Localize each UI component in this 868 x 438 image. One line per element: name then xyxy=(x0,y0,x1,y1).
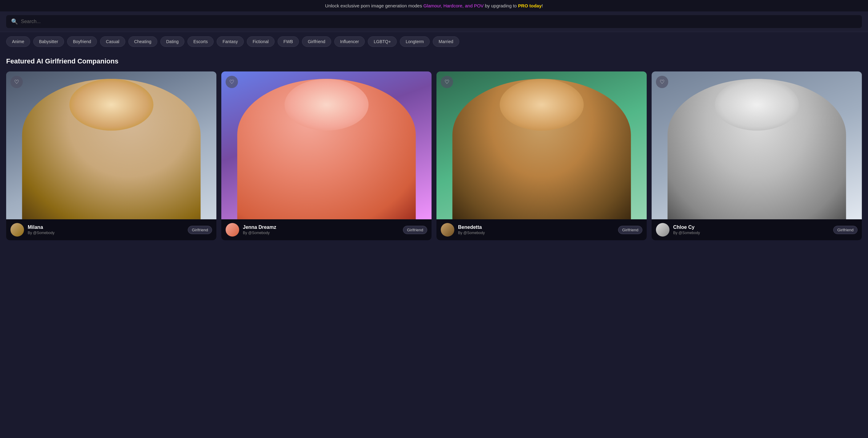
banner-glamour: Glamour, xyxy=(423,3,442,8)
card-image xyxy=(6,71,216,219)
search-bar: 🔍 xyxy=(0,11,868,32)
tag-fictional[interactable]: Fictional xyxy=(247,36,275,47)
companion-card[interactable]: ♡ Jenna Dreamz By @Somebody Girlfriend xyxy=(221,71,432,240)
tag-escorts[interactable]: Escorts xyxy=(187,36,214,47)
favorite-button[interactable]: ♡ xyxy=(10,76,23,88)
card-footer: Benedetta By @Somebody Girlfriend xyxy=(436,219,647,240)
banner-text-middle: by upgrading to xyxy=(484,3,518,8)
card-footer: Jenna Dreamz By @Somebody Girlfriend xyxy=(221,219,432,240)
card-info: Benedetta By @Somebody xyxy=(458,225,614,235)
card-creator: By @Somebody xyxy=(458,231,614,235)
card-category-tag: Girlfriend xyxy=(403,226,427,234)
avatar xyxy=(656,223,670,237)
tag-cheating[interactable]: Cheating xyxy=(128,36,157,47)
face-area xyxy=(69,79,153,130)
card-category-tag: Girlfriend xyxy=(618,226,642,234)
companion-card[interactable]: ♡ Benedetta By @Somebody Girlfriend xyxy=(436,71,647,240)
search-icon: 🔍 xyxy=(11,18,18,25)
card-name: Milana xyxy=(28,225,184,230)
card-creator: By @Somebody xyxy=(28,231,184,235)
card-creator: By @Somebody xyxy=(673,231,830,235)
tag-girlfriend[interactable]: Girlfriend xyxy=(302,36,331,47)
companion-card[interactable]: ♡ Milana By @Somebody Girlfriend xyxy=(6,71,216,240)
tag-babysitter[interactable]: Babysitter xyxy=(33,36,64,47)
banner-pro: PRO today xyxy=(518,3,542,8)
card-image xyxy=(652,71,862,219)
tag-longterm[interactable]: Longterm xyxy=(400,36,430,47)
section-title: Featured AI Girlfriend Companions xyxy=(6,57,862,65)
card-name: Chloe Cy xyxy=(673,225,830,230)
companion-card[interactable]: ♡ Chloe Cy By @Somebody Girlfriend xyxy=(652,71,862,240)
card-category-tag: Girlfriend xyxy=(188,226,212,234)
tag-lgbtq+[interactable]: LGBTQ+ xyxy=(368,36,397,47)
promo-banner: Unlock exclusive porn image generation m… xyxy=(0,0,868,11)
banner-exclaim: ! xyxy=(542,3,543,8)
cards-grid: ♡ Milana By @Somebody Girlfriend ♡ xyxy=(6,71,862,240)
tag-influencer[interactable]: Influencer xyxy=(334,36,365,47)
card-name: Jenna Dreamz xyxy=(243,225,399,230)
tag-anime[interactable]: Anime xyxy=(6,36,30,47)
tag-fantasy[interactable]: Fantasy xyxy=(217,36,244,47)
avatar xyxy=(10,223,24,237)
favorite-button[interactable]: ♡ xyxy=(441,76,453,88)
avatar xyxy=(441,223,454,237)
tag-casual[interactable]: Casual xyxy=(100,36,125,47)
tag-fwb[interactable]: FWB xyxy=(278,36,299,47)
card-footer: Milana By @Somebody Girlfriend xyxy=(6,219,216,240)
face-area xyxy=(715,79,799,130)
avatar xyxy=(226,223,239,237)
favorite-button[interactable]: ♡ xyxy=(226,76,238,88)
card-image xyxy=(436,71,647,219)
banner-hardcore: Hardcore, xyxy=(442,3,464,8)
favorite-button[interactable]: ♡ xyxy=(656,76,668,88)
card-info: Jenna Dreamz By @Somebody xyxy=(243,225,399,235)
card-footer: Chloe Cy By @Somebody Girlfriend xyxy=(652,219,862,240)
card-info: Chloe Cy By @Somebody xyxy=(673,225,830,235)
card-creator: By @Somebody xyxy=(243,231,399,235)
tag-boyfriend[interactable]: Boyfriend xyxy=(67,36,97,47)
tags-row: AnimeBabysitterBoyfriendCasualCheatingDa… xyxy=(0,32,868,51)
face-area xyxy=(284,79,368,130)
banner-pov: and POV xyxy=(464,3,484,8)
tag-married[interactable]: Married xyxy=(433,36,459,47)
main-content: Featured AI Girlfriend Companions ♡ Mila… xyxy=(0,51,868,246)
search-input[interactable] xyxy=(21,19,857,24)
tag-dating[interactable]: Dating xyxy=(160,36,184,47)
card-info: Milana By @Somebody xyxy=(28,225,184,235)
card-name: Benedetta xyxy=(458,225,614,230)
face-area xyxy=(500,79,584,130)
banner-text-before: Unlock exclusive porn image generation m… xyxy=(325,3,423,8)
card-image xyxy=(221,71,432,219)
card-category-tag: Girlfriend xyxy=(833,226,858,234)
